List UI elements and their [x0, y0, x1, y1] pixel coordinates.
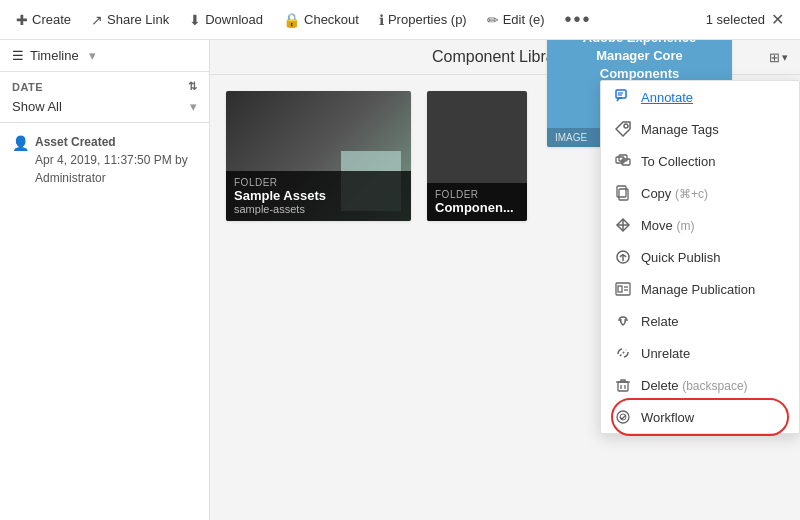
edit-button[interactable]: ✏ Edit (e)	[479, 8, 553, 32]
menu-item-quick-publish[interactable]: Quick Publish	[601, 241, 799, 273]
menu-item-workflow-label: Workflow	[641, 410, 694, 425]
asset-card-component[interactable]: FOLDER Componen...	[427, 91, 527, 221]
menu-item-relate-label: Relate	[641, 314, 679, 329]
asset-type-2: FOLDER	[435, 189, 519, 200]
delete-icon	[615, 377, 631, 393]
unrelate-icon	[615, 345, 631, 361]
lock-icon: 🔒	[283, 12, 300, 28]
sort-icon[interactable]: ⇅	[188, 80, 198, 93]
download-button[interactable]: ⬇ Download	[181, 8, 271, 32]
timeline-label: Timeline	[30, 48, 79, 63]
collection-icon	[615, 153, 631, 169]
svg-rect-1	[616, 90, 626, 98]
plus-icon: ✚	[16, 12, 28, 28]
create-button[interactable]: ✚ Create	[8, 8, 79, 32]
date-filter-text: Show All	[12, 99, 62, 114]
menu-item-annotate-label: Annotate	[641, 90, 693, 105]
workflow-icon	[615, 409, 631, 425]
relate-icon	[615, 313, 631, 329]
svg-line-17	[620, 350, 626, 356]
asset-icon: 👤	[12, 133, 29, 154]
svg-point-4	[624, 124, 628, 128]
menu-item-workflow[interactable]: Workflow	[601, 401, 799, 433]
menu-item-annotate[interactable]: Annotate	[601, 81, 799, 113]
properties-button[interactable]: ℹ Properties (p)	[371, 8, 475, 32]
svg-rect-6	[619, 155, 627, 161]
selected-badge: 1 selected ✕	[698, 10, 792, 29]
menu-item-move-label: Move (m)	[641, 218, 694, 233]
menu-item-unrelate-label: Unrelate	[641, 346, 690, 361]
asset-subtitle-1: sample-assets	[234, 203, 403, 215]
move-icon	[615, 217, 631, 233]
share-link-button[interactable]: ↗ Share Link	[83, 8, 177, 32]
chevron-down-icon: ▾	[89, 48, 96, 63]
asset-card-info-1: FOLDER Sample Assets sample-assets	[226, 171, 411, 221]
menu-item-delete-label: Delete (backspace)	[641, 378, 748, 393]
menu-item-quick-publish-label: Quick Publish	[641, 250, 720, 265]
timeline-toggle[interactable]: ☰ Timeline ▾	[0, 40, 209, 72]
asset-created-date: Apr 4, 2019, 11:37:50 PM by	[35, 151, 188, 169]
svg-rect-7	[622, 159, 630, 165]
menu-item-move[interactable]: Move (m)	[601, 209, 799, 241]
menu-item-copy[interactable]: Copy (⌘+c)	[601, 177, 799, 209]
properties-label: Properties (p)	[388, 12, 467, 27]
pencil-icon: ✏	[487, 12, 499, 28]
tags-icon	[615, 121, 631, 137]
main-layout: ☰ Timeline ▾ DATE ⇅ Show All ▾ 👤 Asset C…	[0, 40, 800, 520]
info-icon: ℹ	[379, 12, 384, 28]
checkout-label: Checkout	[304, 12, 359, 27]
annotate-icon	[615, 89, 631, 105]
asset-created-details: Asset Created Apr 4, 2019, 11:37:50 PM b…	[35, 133, 188, 187]
view-toggle[interactable]: ⊞ ▾	[769, 50, 788, 65]
menu-item-to-collection[interactable]: To Collection	[601, 145, 799, 177]
content-area: Component Library ▾ ⊞ ▾ FOLDER Sample As…	[210, 40, 800, 520]
asset-name-1: Sample Assets	[234, 188, 403, 203]
asset-type-1: FOLDER	[234, 177, 403, 188]
more-button[interactable]: •••	[557, 4, 600, 35]
svg-rect-9	[617, 186, 626, 197]
date-filter-value[interactable]: Show All ▾	[12, 99, 197, 114]
grid-icon: ⊞	[769, 50, 780, 65]
toolbar: ✚ Create ↗ Share Link ⬇ Download 🔒 Check…	[0, 0, 800, 40]
svg-rect-5	[616, 157, 624, 163]
chevron-down-icon: ▾	[190, 99, 197, 114]
menu-item-delete[interactable]: Delete (backspace)	[601, 369, 799, 401]
download-icon: ⬇	[189, 12, 201, 28]
menu-item-relate[interactable]: Relate	[601, 305, 799, 337]
asset-thumbnail-2: FOLDER Componen...	[427, 91, 527, 221]
publish-icon	[615, 249, 631, 265]
menu-item-manage-publication[interactable]: Manage Publication	[601, 273, 799, 305]
asset-card-info-2: FOLDER Componen...	[427, 183, 527, 221]
date-filter-section: DATE ⇅ Show All ▾	[0, 72, 209, 123]
context-menu: Annotate Manage Tags	[600, 80, 800, 434]
menu-item-unrelate[interactable]: Unrelate	[601, 337, 799, 369]
asset-created-by: Administrator	[35, 169, 188, 187]
timeline-icon: ☰	[12, 48, 24, 63]
publication-icon	[615, 281, 631, 297]
menu-item-manage-publication-label: Manage Publication	[641, 282, 755, 297]
svg-rect-18	[618, 382, 628, 391]
menu-item-manage-tags[interactable]: Manage Tags	[601, 113, 799, 145]
chevron-down-icon: ▾	[782, 51, 788, 64]
menu-item-to-collection-label: To Collection	[641, 154, 715, 169]
checkout-button[interactable]: 🔒 Checkout	[275, 8, 367, 32]
menu-item-copy-label: Copy (⌘+c)	[641, 186, 708, 201]
create-label: Create	[32, 12, 71, 27]
download-label: Download	[205, 12, 263, 27]
asset-created-label: Asset Created	[35, 133, 188, 151]
aem-card-title: Adobe Experience Manager Core Components	[547, 40, 732, 83]
svg-rect-14	[618, 286, 622, 292]
svg-point-22	[617, 411, 629, 423]
share-link-label: Share Link	[107, 12, 169, 27]
workflow-highlight-circle	[611, 398, 789, 436]
asset-card-sample-assets[interactable]: FOLDER Sample Assets sample-assets	[226, 91, 411, 221]
edit-label: Edit (e)	[503, 12, 545, 27]
asset-created-info: 👤 Asset Created Apr 4, 2019, 11:37:50 PM…	[0, 123, 209, 197]
deselect-button[interactable]: ✕	[771, 10, 784, 29]
date-section-header: DATE ⇅	[12, 80, 197, 93]
date-section-label: DATE	[12, 81, 43, 93]
share-icon: ↗	[91, 12, 103, 28]
menu-item-manage-tags-label: Manage Tags	[641, 122, 719, 137]
copy-icon	[615, 185, 631, 201]
asset-thumbnail-1: FOLDER Sample Assets sample-assets	[226, 91, 411, 221]
